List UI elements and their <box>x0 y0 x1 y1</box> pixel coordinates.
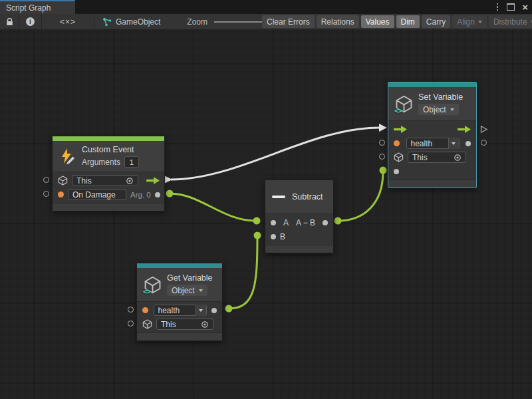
window-controls: × <box>495 0 528 14</box>
input-b-label: B <box>280 232 285 241</box>
align-dropdown[interactable]: Align <box>452 15 487 28</box>
result-port[interactable] <box>323 220 328 225</box>
target-field[interactable]: This <box>72 175 138 186</box>
gameobject-cube-icon <box>58 176 68 186</box>
node-footer <box>137 332 222 340</box>
gameobject-cube-icon <box>394 152 404 162</box>
object-picker-icon[interactable] <box>454 154 462 162</box>
object-picker-icon[interactable] <box>126 177 134 185</box>
chevron-down-icon <box>450 108 454 111</box>
code-icon: <×> <box>60 17 76 27</box>
node-footer <box>265 245 333 253</box>
graph-target[interactable]: GameObject <box>94 14 168 29</box>
node-title: Custom Event <box>82 145 139 154</box>
variable-scope-dropdown[interactable]: Object <box>167 285 207 296</box>
arguments-count-field[interactable]: 1 <box>124 156 139 168</box>
info-icon: i <box>26 17 35 26</box>
flow-in-port[interactable] <box>394 126 407 133</box>
event-ext-port[interactable] <box>43 191 49 197</box>
chevron-down-icon <box>478 21 482 23</box>
object-picker-icon[interactable] <box>201 321 209 329</box>
variable-name-port[interactable] <box>142 307 148 313</box>
variable-icon: <> <box>144 276 162 294</box>
dim-button[interactable]: Dim <box>396 15 420 28</box>
node-get-variable[interactable]: <> Get Variable Object health <box>136 263 223 341</box>
graph-canvas[interactable]: Custom Event Arguments 1 This <box>0 29 532 399</box>
info-button[interactable]: i <box>19 14 42 29</box>
wire-subtract-to-setvariable-value[interactable] <box>334 167 387 225</box>
event-name-field[interactable]: On Damage <box>68 189 126 200</box>
lock-button[interactable] <box>0 14 19 29</box>
variable-name-dropdown[interactable]: health <box>154 305 207 316</box>
values-button[interactable]: Values <box>361 15 394 28</box>
graph-toolbar: i <×> GameObject Zoom 1x Clear Errors Re… <box>0 14 532 30</box>
zoom-label: Zoom <box>187 17 207 27</box>
input-a-port[interactable] <box>271 220 276 225</box>
variable-icon: <> <box>395 95 413 113</box>
graph-target-label: GameObject <box>116 17 160 27</box>
maximize-icon[interactable] <box>507 3 515 11</box>
variable-scope-dropdown[interactable]: Object <box>418 104 459 115</box>
lock-icon <box>6 18 13 26</box>
dropdown-button[interactable] <box>196 305 206 316</box>
node-title: Get Variable <box>167 273 213 283</box>
unity-script-graph-window: { "window": { "tab": "Script Graph" }, "… <box>0 0 532 399</box>
target-field[interactable]: This <box>156 319 213 330</box>
script-graph-asset-icon <box>102 17 112 27</box>
event-color-bar <box>53 136 164 141</box>
value-out-port[interactable] <box>211 308 217 313</box>
target-ext-port[interactable] <box>379 154 385 160</box>
arg0-label: Arg. 0 <box>130 191 151 199</box>
chevron-down-icon <box>199 289 203 292</box>
wire-getvariable-to-subtract-b[interactable] <box>225 232 261 313</box>
node-title: Set Variable <box>418 92 463 102</box>
arg0-out-port[interactable] <box>155 192 160 198</box>
variable-color-bar <box>137 263 222 268</box>
value-out-port[interactable] <box>466 141 471 146</box>
arguments-label: Arguments <box>82 158 120 167</box>
target-ext-port[interactable] <box>128 321 134 327</box>
input-b-port[interactable] <box>271 234 276 239</box>
dropdown-button[interactable] <box>448 138 459 149</box>
value-in-port[interactable] <box>394 169 399 174</box>
node-footer <box>388 180 476 188</box>
variable-name-port[interactable] <box>394 140 400 146</box>
variable-name-dropdown[interactable]: health <box>406 138 460 149</box>
wire-arg0-to-subtract-a[interactable] <box>166 190 261 225</box>
name-ext-port[interactable] <box>128 307 134 313</box>
input-a-label: A <box>283 218 289 227</box>
wire-flow-customevent-to-setvariable[interactable] <box>164 124 387 184</box>
relations-button[interactable]: Relations <box>317 15 359 28</box>
name-ext-port[interactable] <box>379 140 385 146</box>
value-out-ext-port[interactable] <box>481 140 487 146</box>
node-footer <box>53 203 164 211</box>
node-set-variable[interactable]: <> Set Variable Object <box>388 82 477 188</box>
flow-out-port[interactable] <box>458 126 471 133</box>
clear-errors-button[interactable]: Clear Errors <box>262 15 315 28</box>
custom-event-icon <box>59 148 76 165</box>
node-title: Subtract <box>292 192 323 201</box>
target-field[interactable]: This <box>408 152 466 163</box>
subtract-icon <box>272 196 285 198</box>
target-ext-port[interactable] <box>43 177 49 183</box>
title-bar: Script Graph × <box>0 0 532 14</box>
tab-title: Script Graph <box>0 3 51 13</box>
carry-button[interactable]: Carry <box>422 15 450 28</box>
flow-out-ext-port[interactable] <box>479 124 488 136</box>
variable-color-bar <box>388 82 476 87</box>
node-custom-event[interactable]: Custom Event Arguments 1 This <box>52 136 165 211</box>
gameobject-cube-icon <box>142 319 152 329</box>
node-subtract[interactable]: Subtract A A − B B <box>265 180 334 253</box>
menu-dots-icon[interactable] <box>495 3 500 11</box>
close-icon[interactable]: × <box>522 2 528 12</box>
tab-script-graph[interactable]: Script Graph <box>0 0 75 14</box>
event-name-port[interactable] <box>58 192 64 198</box>
output-label: A − B <box>296 218 315 227</box>
distribute-dropdown[interactable]: Distribute <box>489 15 532 28</box>
flow-out-port[interactable] <box>146 177 160 184</box>
code-toggle-button[interactable]: <×> <box>42 14 94 29</box>
